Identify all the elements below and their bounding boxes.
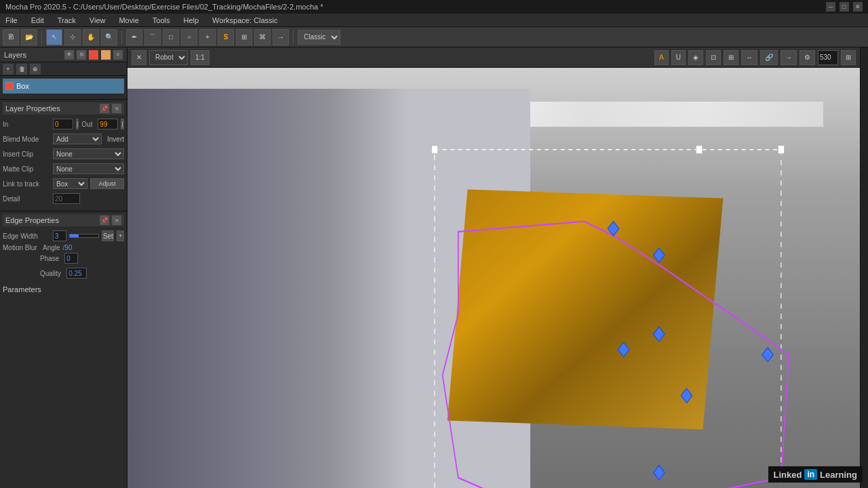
motion-blur-row: Motion Blur Angle /90: [3, 244, 124, 251]
rect-tool[interactable]: □: [163, 29, 179, 45]
edge-width-slider[interactable]: [69, 234, 99, 238]
title-text: Mocha Pro 2020.5 - C:/Users/User/Desktop…: [5, 3, 323, 11]
layers-settings-icon[interactable]: ⚙: [77, 50, 86, 60]
link-track-row: Link to track Box Adjust: [3, 177, 124, 190]
quality-input[interactable]: [66, 268, 87, 279]
layer-color-swatch: [5, 82, 14, 90]
vp-arrow-btn[interactable]: →: [781, 50, 797, 65]
in-input[interactable]: [53, 119, 73, 129]
viewport-scrollbar[interactable]: [860, 47, 868, 488]
blend-mode-select[interactable]: Add: [53, 134, 102, 144]
menu-edit[interactable]: Edit: [28, 16, 47, 24]
detail-input[interactable]: [53, 193, 80, 204]
add-btn[interactable]: +: [117, 230, 124, 241]
blend-mode-label: Blend Mode: [3, 136, 50, 143]
vp-expand-btn[interactable]: ⊞: [841, 50, 856, 65]
menu-movie[interactable]: Movie: [116, 16, 141, 24]
magnet-tool[interactable]: ⌘: [254, 29, 271, 45]
duplicate-layer-btn[interactable]: ⊕: [30, 64, 41, 75]
layers-label: Layers: [4, 51, 26, 59]
out-btn1[interactable]: |: [121, 119, 123, 129]
add-layer-btn[interactable]: +: [3, 64, 14, 75]
workspace-select[interactable]: Classic: [298, 30, 340, 45]
detail-label: Detail: [3, 195, 50, 203]
matte-clip-label: Matte Clip: [3, 165, 50, 173]
grid-tool[interactable]: ⊞: [236, 29, 252, 45]
menu-view[interactable]: View: [87, 16, 108, 24]
quality-row: Quality: [3, 266, 124, 280]
angle-value: /90: [63, 244, 73, 251]
pan-tool[interactable]: ✋: [83, 29, 99, 45]
in-btn1[interactable]: |: [76, 119, 79, 129]
open-btn[interactable]: 📂: [21, 29, 37, 45]
tracked-box: [448, 189, 724, 429]
edge-props-close-icon[interactable]: ✕: [112, 216, 121, 225]
circle-tool[interactable]: ○: [181, 29, 197, 45]
vp-toggle4[interactable]: ↔: [741, 50, 757, 65]
vp-toggle2[interactable]: ⊡: [706, 50, 721, 65]
arrow-tool[interactable]: →: [273, 29, 289, 45]
set-btn[interactable]: Set: [102, 230, 114, 241]
motion-blur-label: Motion Blur: [3, 244, 40, 251]
close-btn[interactable]: ✕: [853, 2, 863, 12]
matte-clip-select[interactable]: None: [53, 163, 124, 174]
edge-width-row: Edge Width Set +: [3, 229, 124, 243]
insert-clip-select[interactable]: None: [53, 148, 124, 159]
layers-color-icon[interactable]: [89, 50, 98, 60]
toolbar-sep1: [41, 30, 42, 44]
layer-props-pin-icon[interactable]: 📌: [100, 104, 109, 113]
layer-props-close-icon[interactable]: ✕: [112, 104, 121, 113]
phase-input[interactable]: [64, 253, 78, 264]
bezier-tool[interactable]: ⌒: [144, 29, 161, 45]
linkedin-text: Linked: [774, 470, 802, 480]
move-tool[interactable]: ⊹: [64, 29, 81, 45]
vp-zoom-select[interactable]: 1:1: [191, 50, 210, 65]
toolbar-sep3: [293, 30, 294, 44]
new-btn[interactable]: 🖹: [3, 29, 19, 45]
linkedin-in-badge: in: [804, 469, 817, 480]
layers-color2-icon[interactable]: [101, 50, 111, 60]
layer-props-title: Layer Properties: [5, 104, 60, 113]
vp-toggle1[interactable]: ◈: [688, 50, 703, 65]
vp-U-btn[interactable]: U: [671, 50, 686, 65]
pen-tool[interactable]: ✒: [126, 29, 142, 45]
vp-num-input[interactable]: [818, 50, 838, 65]
vp-settings-btn[interactable]: ⚙: [800, 50, 815, 65]
title-bar-controls[interactable]: ─ □ ✕: [826, 2, 863, 12]
layer-select[interactable]: Robot: [149, 50, 188, 65]
vp-A-btn[interactable]: A: [654, 50, 669, 65]
layer-props-header: Layer Properties 📌 ✕: [3, 102, 124, 115]
robot-background: [127, 68, 860, 488]
menu-track[interactable]: Track: [55, 16, 79, 24]
delete-layer-btn[interactable]: 🗑: [16, 64, 27, 75]
plus-tool[interactable]: +: [199, 29, 216, 45]
edge-width-label: Edge Width: [3, 232, 50, 240]
out-input[interactable]: [98, 119, 118, 129]
edge-width-input[interactable]: [53, 230, 66, 241]
viewport: ✕ Robot 1:1 A U ◈ ⊡ ⊞ ↔ 🔗 → ⚙ ⊞: [127, 47, 860, 488]
adjust-btn[interactable]: Adjust: [90, 178, 124, 189]
layers-expand-icon[interactable]: ≡: [113, 50, 123, 60]
vp-link-btn[interactable]: 🔗: [760, 50, 778, 65]
layers-eye-icon[interactable]: 👁: [64, 50, 74, 60]
s-tool[interactable]: S: [218, 29, 234, 45]
edge-props-pin-icon[interactable]: 📌: [100, 216, 109, 225]
menu-help[interactable]: Help: [180, 16, 201, 24]
menu-tools[interactable]: Tools: [150, 16, 173, 24]
layer-item-box[interactable]: Box: [3, 79, 124, 94]
layer-properties-panel: Layer Properties 📌 ✕ In | Out | ◀ Blend …: [0, 99, 127, 209]
matte-clip-row: Matte Clip None: [3, 162, 124, 176]
vp-close-btn[interactable]: ✕: [132, 50, 146, 65]
menu-workspace[interactable]: Workspace: Classic: [210, 16, 280, 24]
viewport-toolbar: ✕ Robot 1:1 A U ◈ ⊡ ⊞ ↔ 🔗 → ⚙ ⊞: [127, 47, 860, 68]
menu-file[interactable]: File: [3, 16, 20, 24]
select-tool[interactable]: ↖: [46, 29, 62, 45]
maximize-btn[interactable]: □: [840, 2, 849, 12]
vp-toggle3[interactable]: ⊞: [724, 50, 738, 65]
linkedin-learning-text: Learning: [820, 470, 857, 480]
link-track-select[interactable]: Box: [53, 178, 87, 189]
insert-clip-row: Insert Clip None: [3, 147, 124, 161]
zoom-tool[interactable]: 🔍: [101, 29, 117, 45]
minimize-btn[interactable]: ─: [826, 2, 835, 12]
layer-action-toolbar: + 🗑 ⊕: [0, 62, 127, 76]
